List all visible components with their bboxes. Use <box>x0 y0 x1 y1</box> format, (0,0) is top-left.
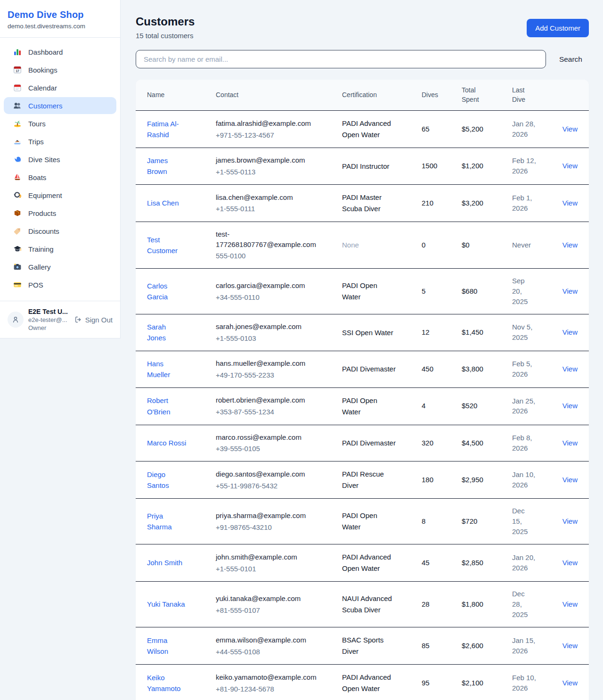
customer-name-link[interactable]: Robert O'Brien <box>147 395 187 417</box>
customer-total-spent: $3,200 <box>454 184 505 222</box>
page-header-text: Customers 15 total customers <box>136 15 195 40</box>
view-customer-link[interactable]: View <box>562 125 578 133</box>
sidebar-item-label: Bookings <box>28 66 57 74</box>
sidebar-item-gallery[interactable]: Gallery <box>4 258 116 275</box>
search-input[interactable] <box>136 50 546 68</box>
customer-name-link[interactable]: John Smith <box>147 557 182 568</box>
customer-last-dive: Feb 1, 2026 <box>505 184 544 222</box>
customer-contact: emma.wilson@example.com+44-555-0108 <box>208 627 334 665</box>
sidebar-item-boats[interactable]: Boats <box>4 169 116 186</box>
table-row: James Brownjames.brown@example.com+1-555… <box>136 148 589 185</box>
customer-total-spent: $2,850 <box>454 544 505 582</box>
view-customer-link[interactable]: View <box>562 439 578 447</box>
customer-dives: 85 <box>414 627 454 665</box>
table-row: Test Customertest-1772681807767@example.… <box>136 222 589 268</box>
search-button[interactable]: Search <box>559 55 582 64</box>
customers-icon <box>13 101 22 110</box>
customer-phone: +1-555-0113 <box>216 167 327 177</box>
sidebar-item-calendar[interactable]: Calendar <box>4 79 116 96</box>
sign-out-button[interactable]: Sign Out <box>74 316 113 324</box>
customer-certification: PADI Divemaster <box>334 425 414 461</box>
sidebar-item-bookings[interactable]: 17Bookings <box>4 61 116 78</box>
customer-contact: john.smith@example.com+1-555-0101 <box>208 544 334 582</box>
view-customer-link[interactable]: View <box>562 365 578 373</box>
view-customer-link[interactable]: View <box>562 199 578 207</box>
view-customer-link[interactable]: View <box>562 241 578 249</box>
view-customer-link[interactable]: View <box>562 517 578 525</box>
customer-last-dive: Feb 12, 2026 <box>505 148 544 185</box>
sidebar-item-dive-sites[interactable]: Dive Sites <box>4 151 116 168</box>
table-row: Sarah Jonessarah.jones@example.com+1-555… <box>136 314 589 351</box>
table-row: Carlos Garciacarlos.garcia@example.com+3… <box>136 269 589 314</box>
customer-name-link[interactable]: Sarah Jones <box>147 321 187 344</box>
customer-total-spent: $1,200 <box>454 148 505 185</box>
customer-total-spent: $1,450 <box>454 314 505 351</box>
customer-certification: PADI Advanced Open Water <box>334 544 414 582</box>
customer-contact: fatima.alrashid@example.com+971-55-123-4… <box>208 111 334 148</box>
customer-name-link[interactable]: Hans Mueller <box>147 358 187 380</box>
customer-last-dive: Jan 28, 2026 <box>505 111 544 148</box>
customer-name-link[interactable]: Emma Wilson <box>147 635 187 657</box>
bookings-icon: 17 <box>13 66 22 74</box>
customer-email: lisa.chen@example.com <box>216 192 323 203</box>
customers-table-card: NameContactCertificationDivesTotal Spent… <box>136 80 589 700</box>
customer-phone: +81-555-0107 <box>216 605 327 616</box>
column-header-contact: Contact <box>208 80 334 111</box>
sidebar-item-customers[interactable]: Customers <box>4 97 116 114</box>
view-customer-link[interactable]: View <box>562 600 578 608</box>
customer-phone: +34-555-0110 <box>216 292 327 303</box>
column-header-actions <box>544 80 589 111</box>
sidebar-item-trips[interactable]: Trips <box>4 133 116 150</box>
customer-phone: +353-87-555-1234 <box>216 407 327 417</box>
customer-certification: PADI Divemaster <box>334 351 414 387</box>
customer-name-link[interactable]: Diego Santos <box>147 469 187 491</box>
sidebar-item-pos[interactable]: POS <box>4 276 116 293</box>
sidebar-item-label: Boats <box>28 173 46 181</box>
sidebar-item-products[interactable]: Products <box>4 205 116 222</box>
add-customer-button[interactable]: Add Customer <box>527 19 589 37</box>
customer-name-link[interactable]: Yuki Tanaka <box>147 599 185 609</box>
sidebar-item-training[interactable]: Training <box>4 240 116 257</box>
customer-contact: lisa.chen@example.com+1-555-0111 <box>208 184 334 222</box>
customer-total-spent: $5,200 <box>454 111 505 148</box>
customer-name-link[interactable]: Priya Sharma <box>147 511 187 533</box>
customer-phone: +81-90-1234-5678 <box>216 684 327 694</box>
customer-certification: PADI Open Water <box>334 269 414 314</box>
sidebar-item-discounts[interactable]: Discounts <box>4 222 116 239</box>
sidebar-item-equipment[interactable]: Equipment <box>4 187 116 204</box>
sidebar-item-label: Gallery <box>28 263 51 271</box>
view-customer-link[interactable]: View <box>562 679 578 687</box>
view-customer-link[interactable]: View <box>562 162 578 170</box>
customer-total-spent: $1,800 <box>454 582 505 627</box>
customer-name-link[interactable]: Lisa Chen <box>147 198 179 208</box>
customer-dives: 180 <box>414 461 454 499</box>
sidebar-item-dashboard[interactable]: Dashboard <box>4 43 116 60</box>
sidebar-item-label: Equipment <box>28 191 62 199</box>
customer-name-link[interactable]: Carlos Garcia <box>147 280 187 303</box>
customer-last-dive: Feb 5, 2026 <box>505 351 544 387</box>
customer-name-link[interactable]: Marco Rossi <box>147 437 186 448</box>
table-row: Emma Wilsonemma.wilson@example.com+44-55… <box>136 627 589 665</box>
sidebar-item-label: Dive Sites <box>28 156 60 164</box>
customer-last-dive: Feb 8, 2026 <box>505 425 544 461</box>
customer-name-link[interactable]: Fatima Al-Rashid <box>147 118 187 140</box>
customer-name-link[interactable]: James Brown <box>147 155 187 177</box>
customer-name-link[interactable]: Keiko Yamamoto <box>147 672 187 694</box>
customer-name-link[interactable]: Test Customer <box>147 234 187 256</box>
view-customer-link[interactable]: View <box>562 402 578 410</box>
table-row: Marco Rossimarco.rossi@example.com+39-55… <box>136 425 589 461</box>
customer-phone: +1-555-0103 <box>216 333 327 344</box>
view-customer-link[interactable]: View <box>562 328 578 336</box>
customer-email: hans.mueller@example.com <box>216 358 323 369</box>
table-header-row: NameContactCertificationDivesTotal Spent… <box>136 80 589 111</box>
view-customer-link[interactable]: View <box>562 642 578 650</box>
view-customer-link[interactable]: View <box>562 476 578 484</box>
sidebar-item-tours[interactable]: Tours <box>4 115 116 132</box>
view-customer-link[interactable]: View <box>562 287 578 295</box>
view-customer-link[interactable]: View <box>562 559 578 567</box>
customer-total-spent: $4,500 <box>454 425 505 461</box>
table-row: Priya Sharmapriya.sharma@example.com+91-… <box>136 499 589 544</box>
customer-phone: 555-0100 <box>216 251 327 261</box>
user-name: E2E Test U... <box>28 308 70 315</box>
customer-dives: 450 <box>414 351 454 387</box>
